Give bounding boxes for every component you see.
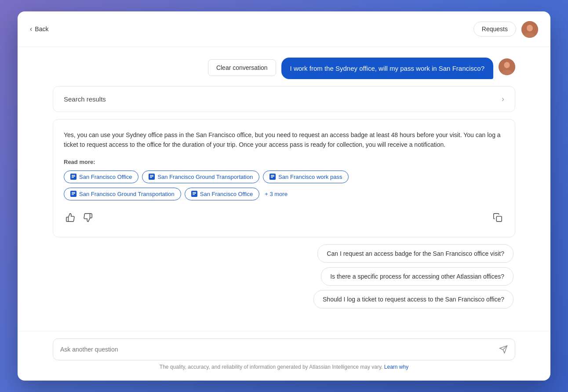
tag-sf-office-2[interactable]: San Francisco Office <box>185 188 259 200</box>
back-arrow-icon: ‹ <box>30 25 32 33</box>
svg-rect-13 <box>271 176 274 177</box>
doc-icon-4 <box>70 191 76 197</box>
question-input[interactable] <box>60 346 495 353</box>
doc-icon-1 <box>70 174 76 180</box>
requests-button[interactable]: Requests <box>473 22 516 36</box>
tag-sf-workpass-label: San Francisco work pass <box>278 174 342 180</box>
suggestion-chip-2[interactable]: Is there a specific process for accessin… <box>321 267 513 286</box>
back-label: Back <box>35 25 48 33</box>
svg-point-1 <box>527 25 533 32</box>
doc-icon-3 <box>269 174 276 180</box>
chat-area: Clear conversation I work from the Sydne… <box>18 47 550 331</box>
learn-why-link[interactable]: Learn why <box>384 364 408 370</box>
svg-rect-21 <box>496 216 502 221</box>
suggestions-area: Can I request an access badge for the Sa… <box>53 244 515 309</box>
doc-icon-5 <box>191 191 197 197</box>
user-avatar-top <box>521 21 538 38</box>
tag-sf-transport-1[interactable]: San Francisco Ground Transportation <box>142 171 259 183</box>
svg-rect-12 <box>271 175 274 176</box>
tag-sf-transport-2-label: San Francisco Ground Transportation <box>79 191 175 197</box>
input-row <box>53 338 515 360</box>
more-tags-button[interactable]: + 3 more <box>263 188 289 200</box>
user-avatar-message <box>499 58 515 75</box>
svg-rect-16 <box>72 193 75 194</box>
disclaimer: The quality, accuracy, and reliability o… <box>53 360 515 377</box>
svg-rect-8 <box>72 177 74 178</box>
suggestion-chip-1[interactable]: Can I request an access badge for the Sa… <box>317 244 513 263</box>
copy-button[interactable] <box>491 211 504 226</box>
user-message-bubble: I work from the Sydney office, will my p… <box>281 58 493 79</box>
svg-rect-14 <box>271 177 273 178</box>
search-results-label: Search results <box>64 95 106 103</box>
tag-sf-office-1-label: San Francisco Office <box>79 174 132 180</box>
svg-rect-11 <box>150 177 152 178</box>
svg-rect-6 <box>72 175 75 176</box>
disclaimer-text: The quality, accuracy, and reliability o… <box>160 364 383 370</box>
ai-response-card: Yes, you can use your Sydney office pass… <box>53 119 515 237</box>
send-button[interactable] <box>499 345 508 354</box>
svg-point-4 <box>504 62 510 68</box>
back-button[interactable]: ‹ Back <box>30 25 48 33</box>
top-right-actions: Requests <box>473 20 538 38</box>
clear-conversation-button[interactable]: Clear conversation <box>208 59 276 76</box>
thumbs-down-button[interactable] <box>81 211 95 226</box>
suggestion-chip-3[interactable]: Should I log a ticket to request access … <box>313 290 513 309</box>
main-window: ‹ Back Requests Clear conversation I wor… <box>18 11 550 381</box>
tags-row-2: San Francisco Ground Transportation San … <box>64 188 504 200</box>
tag-sf-office-1[interactable]: San Francisco Office <box>64 171 138 183</box>
tag-sf-office-2-label: San Francisco Office <box>200 191 253 197</box>
thumbs-up-button[interactable] <box>64 211 77 226</box>
svg-rect-7 <box>72 176 75 177</box>
ai-actions <box>64 209 504 226</box>
svg-rect-9 <box>150 175 153 176</box>
svg-rect-20 <box>193 194 195 195</box>
doc-icon-2 <box>149 174 155 180</box>
ai-response-text: Yes, you can use your Sydney office pass… <box>64 130 504 150</box>
svg-rect-17 <box>72 194 74 195</box>
feedback-buttons <box>64 211 95 226</box>
top-bar: ‹ Back Requests <box>18 11 550 47</box>
svg-rect-15 <box>72 192 75 193</box>
read-more-label: Read more: <box>64 159 504 165</box>
search-results-card[interactable]: Search results › <box>53 86 515 112</box>
tag-sf-transport-1-label: San Francisco Ground Transportation <box>157 174 253 180</box>
tags-row-1: San Francisco Office San Francisco Groun… <box>64 171 504 183</box>
user-message-row: Clear conversation I work from the Sydne… <box>53 58 515 79</box>
tag-sf-transport-2[interactable]: San Francisco Ground Transportation <box>64 188 181 200</box>
svg-rect-18 <box>193 192 196 193</box>
svg-rect-19 <box>193 193 196 194</box>
chevron-right-icon: › <box>502 94 504 104</box>
bottom-bar: The quality, accuracy, and reliability o… <box>18 331 550 381</box>
svg-rect-10 <box>150 176 153 177</box>
tag-sf-workpass[interactable]: San Francisco work pass <box>263 171 349 183</box>
